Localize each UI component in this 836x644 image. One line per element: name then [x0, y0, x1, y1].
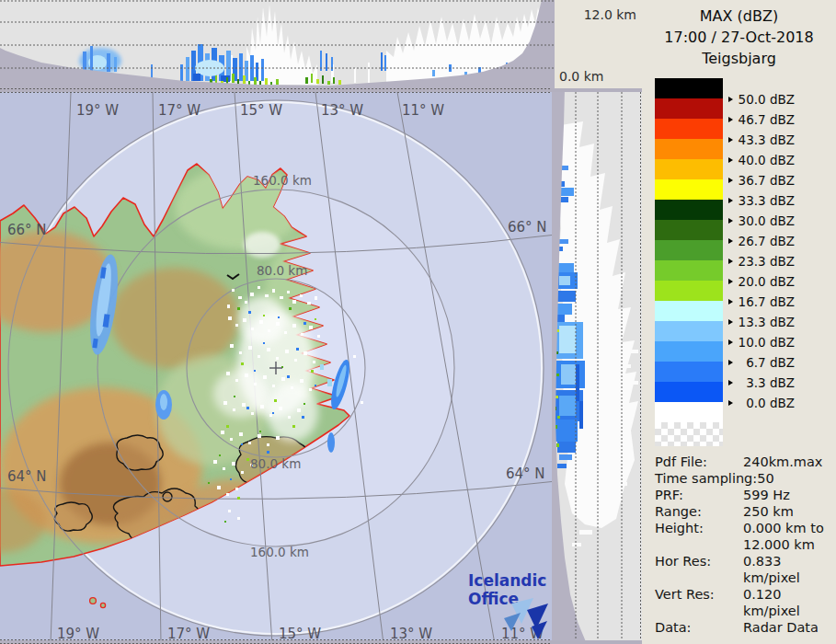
- profile-right-canvas: [552, 88, 642, 644]
- lat-label-left: 64° N: [7, 468, 47, 485]
- tick-triangle-icon: [728, 319, 733, 325]
- legend-band-label: 30.0 dBZ: [736, 213, 795, 228]
- legend-band-label: 23.3 dBZ: [736, 254, 795, 269]
- tick-triangle-icon: [728, 198, 733, 203]
- meta-value: 599 Hz: [743, 487, 790, 503]
- ring-label-80-bottom: 80.0 km: [250, 456, 301, 471]
- meta-row: Range:250 km: [655, 503, 836, 520]
- tick-triangle-icon: [728, 117, 733, 122]
- legend-band: 23.3 dBZ: [655, 240, 723, 260]
- tick-triangle-icon: [728, 178, 733, 183]
- meta-value: 250 km: [743, 503, 794, 520]
- station-name: Teigsbjarg: [642, 48, 836, 69]
- tick-triangle-icon: [728, 299, 733, 305]
- legend-band-label: 3.3 dBZ: [736, 375, 795, 390]
- meta-label: Data:: [655, 619, 743, 636]
- tick-triangle-icon: [728, 97, 733, 102]
- map-canvas: 19° W 17° W 15° W 13° W 11° W 19° W 17° …: [0, 88, 552, 644]
- ring-label-160-bottom: 160.0 km: [250, 545, 309, 559]
- legend-band-label: 26.7 dBZ: [736, 234, 795, 248]
- lon-label-bottom: 13° W: [390, 626, 432, 642]
- legend-band: 30.0 dBZ: [655, 200, 723, 220]
- legend-band: 33.3 dBZ: [655, 179, 723, 200]
- legend-panel: MAX (dBZ) 17:00 / 27-Oct-2018 Teigsbjarg…: [642, 0, 836, 644]
- legend-title-block: MAX (dBZ) 17:00 / 27-Oct-2018 Teigsbjarg: [642, 0, 836, 69]
- meta-row: Time sampling:50: [655, 470, 836, 487]
- legend-band-below-zero: [655, 402, 723, 422]
- legend-band-label: 13.3 dBZ: [736, 315, 795, 329]
- legend-band-label: 16.7 dBZ: [736, 294, 795, 309]
- legend-band-label: 36.7 dBZ: [736, 173, 795, 188]
- meta-label: Height:: [655, 520, 743, 553]
- legend-band-label: 10.0 dBZ: [736, 335, 795, 350]
- legend-band-label: 46.7 dBZ: [736, 112, 795, 127]
- lon-label-top: 13° W: [321, 102, 363, 119]
- meta-label: Range:: [655, 503, 743, 520]
- legend-transparent-swatch: [655, 422, 723, 446]
- legend-band: 26.7 dBZ: [655, 220, 723, 240]
- legend-band: 10.0 dBZ: [655, 321, 723, 341]
- legend-band: 50.0 dBZ: [655, 78, 723, 98]
- tick-triangle-icon: [728, 380, 733, 385]
- dbz-colorbar: 50.0 dBZ 46.7 dBZ 43.3 dBZ 40.0 dBZ 36.7…: [655, 78, 723, 446]
- legend-band: 6.7 dBZ: [655, 341, 723, 362]
- tick-triangle-icon: [728, 339, 733, 345]
- legend-band-label: 6.7 dBZ: [736, 355, 795, 370]
- lon-label-top: 11° W: [402, 102, 444, 119]
- lon-label-top: 17° W: [158, 102, 200, 119]
- lon-label-top: 19° W: [76, 102, 119, 119]
- lat-label-right: 66° N: [508, 219, 547, 236]
- ring-label-160-top: 160.0 km: [253, 173, 312, 188]
- meta-label: Hor Res:: [655, 553, 743, 586]
- imo-logo-text-line1: Icelandic Met: [468, 571, 552, 590]
- legend-band: 43.3 dBZ: [655, 119, 723, 139]
- legend-band: 16.7 dBZ: [655, 281, 723, 301]
- legend-band: 20.0 dBZ: [655, 260, 723, 281]
- lat-label-right: 64° N: [506, 466, 545, 482]
- tick-triangle-icon: [728, 218, 733, 224]
- legend-band: 36.7 dBZ: [655, 159, 723, 179]
- meta-row: Vert Res:0.120 km/pixel: [655, 586, 836, 619]
- meta-label: PRF:: [655, 487, 743, 503]
- legend-band: 0.0 dBZ: [655, 382, 723, 402]
- legend-band-label: 0.0 dBZ: [736, 396, 795, 410]
- radar-map: 19° W 17° W 15° W 13° W 11° W 19° W 17° …: [0, 88, 552, 644]
- legend-band-label: 33.3 dBZ: [736, 193, 795, 208]
- height-max-label: 12.0 km: [584, 7, 636, 22]
- meta-row: PRF:599 Hz: [655, 487, 836, 503]
- lon-label-top: 15° W: [240, 102, 282, 119]
- height-scale-corner: 12.0 km 0.0 km: [555, 0, 642, 88]
- ring-label-80-top: 80.0 km: [257, 263, 307, 278]
- legend-band: 40.0 dBZ: [655, 139, 723, 159]
- meta-value: 240km.max: [743, 454, 822, 470]
- tick-triangle-icon: [728, 157, 733, 163]
- height-min-label: 0.0 km: [559, 69, 603, 84]
- lat-label-left: 66° N: [7, 222, 47, 238]
- meta-label: Pdf File:: [655, 454, 743, 470]
- legend-band: 13.3 dBZ: [655, 301, 723, 321]
- tick-triangle-icon: [728, 279, 733, 284]
- meta-row: Hor Res:0.833 km/pixel: [655, 553, 836, 586]
- meta-value: 0.120 km/pixel: [743, 586, 836, 619]
- product-datetime: 17:00 / 27-Oct-2018: [642, 27, 836, 48]
- tick-triangle-icon: [728, 400, 733, 406]
- meta-label: Time sampling:: [655, 470, 757, 487]
- meta-row: Pdf File:240km.max: [655, 454, 836, 470]
- profile-top-canvas: [0, 0, 555, 88]
- vertical-profile-top: [0, 0, 555, 88]
- meta-value: 50: [757, 470, 773, 487]
- tick-triangle-icon: [728, 259, 733, 264]
- tick-triangle-icon: [728, 137, 733, 143]
- legend-band-label: 40.0 dBZ: [736, 153, 795, 167]
- product-title: MAX (dBZ): [642, 6, 836, 27]
- tick-triangle-icon: [728, 360, 733, 365]
- meta-value: 0.833 km/pixel: [743, 553, 836, 586]
- legend-band: 46.7 dBZ: [655, 98, 723, 119]
- imo-logo-text-line2: Office: [468, 590, 519, 608]
- vertical-profile-right: [552, 88, 642, 644]
- meta-label: Vert Res:: [655, 586, 743, 619]
- meta-value: Radar Data: [743, 619, 819, 636]
- legend-band-label: 20.0 dBZ: [736, 274, 795, 289]
- meta-row: Height:0.000 km to 12.000 km: [655, 520, 836, 553]
- legend-band-label: 50.0 dBZ: [736, 92, 795, 107]
